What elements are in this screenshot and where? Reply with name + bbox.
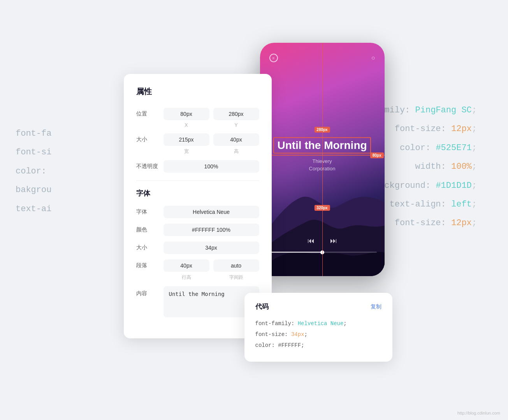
opacity-values: 100% <box>163 160 259 173</box>
top-measurement-badge: 280px <box>314 127 330 133</box>
line-height-input[interactable]: 40px <box>163 259 209 272</box>
font-section-title: 字体 <box>136 189 259 198</box>
song-info: Until the Morning ThieveryCorporation <box>260 137 385 173</box>
phone-frame: ≡ ○ Until the Morning ThieveryCorporatio… <box>260 43 385 276</box>
letter-spacing-label: 字间距 <box>213 274 259 281</box>
x-label: X <box>163 122 209 128</box>
phone-code-wrapper: ≡ ○ Until the Morning ThieveryCorporatio… <box>272 66 385 276</box>
y-label: Y <box>213 122 259 128</box>
code-line-1: font-family: Helvetica Neue; <box>255 318 381 329</box>
position-row: 位置 80px 280px <box>136 108 259 120</box>
search-icon[interactable]: ○ <box>371 54 375 61</box>
progress-fill <box>268 252 322 253</box>
paragraph-label: 段落 <box>136 262 163 269</box>
divider-1 <box>136 180 259 181</box>
code-prop-2: font-size: <box>255 331 291 338</box>
size-values: 215px 40px <box>163 133 259 146</box>
font-family-row: 字体 Helvetica Neue <box>136 206 259 218</box>
height-label: 高 <box>213 148 259 155</box>
phone-top-icons: ≡ ○ <box>260 54 385 62</box>
code-panel-title: 代码 <box>255 302 269 311</box>
color-label: 颜色 <box>136 226 163 233</box>
content-label: 内容 <box>136 290 163 297</box>
font-label: 字体 <box>136 208 163 215</box>
progress-bar[interactable] <box>268 252 377 253</box>
song-title: Until the Morning <box>273 137 371 154</box>
player-controls: ⏮ ⏭ <box>260 237 385 245</box>
width-label: 宽 <box>163 148 209 155</box>
font-family-input[interactable]: Helvetica Neue <box>163 206 259 218</box>
font-size-row: 大小 34px <box>136 242 259 254</box>
content-row: 内容 <box>136 286 259 317</box>
code-val-3: #FFFFFF <box>278 342 301 348</box>
code-prop-1: font-family: <box>255 320 298 327</box>
url-watermark: http://blog.cdinlun.com <box>457 411 500 415</box>
size-row: 大小 215px 40px <box>136 133 259 146</box>
size-sub-labels: 宽 高 <box>136 148 259 155</box>
letter-spacing-input[interactable]: auto <box>213 259 259 272</box>
panel-title: 属性 <box>136 86 259 97</box>
opacity-label: 不透明度 <box>136 163 163 170</box>
position-values: 80px 280px <box>163 108 259 120</box>
menu-icon[interactable]: ≡ <box>269 54 278 62</box>
song-artist: ThieveryCorporation <box>268 157 377 172</box>
code-val-1: Helvetica Neue <box>298 320 344 327</box>
color-input[interactable]: #FFFFFF 100% <box>163 224 259 236</box>
paragraph-row: 段落 40px auto <box>136 259 259 272</box>
next-button[interactable]: ⏭ <box>330 237 337 245</box>
font-size-values: 34px <box>163 242 259 254</box>
height-input[interactable]: 40px <box>213 133 259 146</box>
size-label: 大小 <box>136 136 163 143</box>
code-line-2: font-size: 34px; <box>255 329 381 340</box>
main-wrapper: 属性 位置 80px 280px X Y 大小 215px 40px 宽 高 <box>124 66 385 338</box>
paragraph-values: 40px auto <box>163 259 259 272</box>
code-val-2: 34px <box>291 331 304 338</box>
mountains-svg <box>260 167 385 276</box>
size-font-label: 大小 <box>136 244 163 251</box>
phone-container: ≡ ○ Until the Morning ThieveryCorporatio… <box>260 43 385 276</box>
code-block: font-family: Helvetica Neue; font-size: … <box>255 318 381 351</box>
prev-button[interactable]: ⏮ <box>308 237 315 245</box>
opacity-row: 不透明度 100% <box>136 160 259 173</box>
color-values: #FFFFFF 100% <box>163 224 259 236</box>
copy-button[interactable]: 复制 <box>371 303 381 310</box>
width-input[interactable]: 215px <box>163 133 209 146</box>
font-color-row: 颜色 #FFFFFF 100% <box>136 224 259 236</box>
code-prop-3: color: <box>255 342 278 348</box>
paragraph-sub-labels: 行高 字间距 <box>136 274 259 281</box>
position-label: 位置 <box>136 110 163 117</box>
position-sub-labels: X Y <box>136 122 259 128</box>
progress-dot <box>320 250 324 254</box>
position-y-input[interactable]: 280px <box>213 108 259 120</box>
line-height-label: 行高 <box>163 274 209 281</box>
code-panel-header: 代码 复制 <box>255 302 381 311</box>
code-line-3: color: #FFFFFF; <box>255 340 381 351</box>
font-family-values: Helvetica Neue <box>163 206 259 218</box>
code-panel: 代码 复制 font-family: Helvetica Neue; font-… <box>244 293 392 362</box>
position-x-input[interactable]: 80px <box>163 108 209 120</box>
opacity-input[interactable]: 100% <box>163 160 259 173</box>
font-size-input[interactable]: 34px <box>163 242 259 254</box>
